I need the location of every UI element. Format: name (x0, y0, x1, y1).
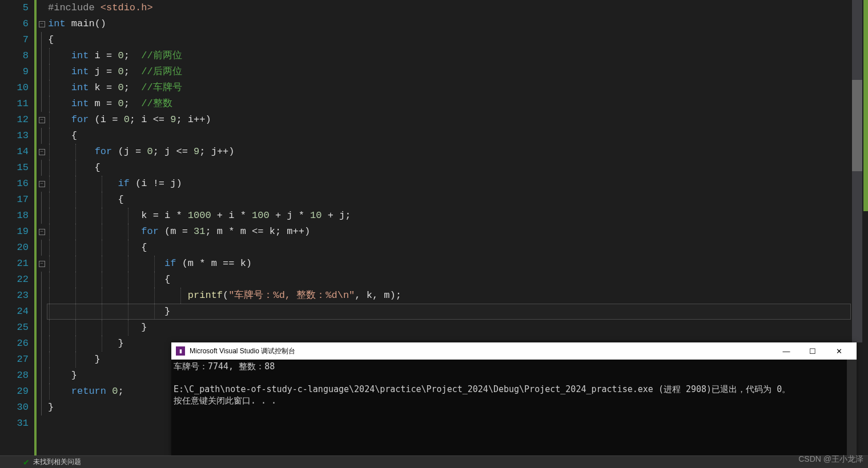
line-number: 23 (0, 288, 34, 304)
line-number-gutter: 5678910111213141516171819202122232425262… (0, 0, 34, 468)
code-line[interactable]: if (i != j) (48, 176, 868, 192)
line-number: 19 (0, 224, 34, 240)
maximize-button[interactable]: ☐ (799, 342, 826, 360)
indent-guide (154, 272, 155, 288)
line-number: 17 (0, 192, 34, 208)
indent-guide (49, 272, 50, 288)
line-number: 5 (0, 0, 34, 16)
indent-guide (75, 176, 76, 192)
line-number: 18 (0, 208, 34, 224)
line-number: 10 (0, 80, 34, 96)
console-titlebar[interactable]: ▮ Microsoft Visual Studio 调试控制台 — ☐ ✕ (171, 342, 857, 360)
line-number: 24 (0, 304, 34, 320)
code-line[interactable]: { (48, 32, 868, 48)
close-button[interactable]: ✕ (826, 342, 852, 360)
code-line[interactable]: for (i = 0; i <= 9; i++) (48, 112, 868, 128)
indent-guide (49, 208, 50, 224)
code-line[interactable]: { (48, 192, 868, 208)
indent-guide (49, 384, 50, 400)
indent-guide (75, 192, 76, 208)
indent-guide (128, 272, 128, 288)
indent-guide (49, 144, 50, 160)
indent-guide (128, 240, 128, 256)
indent-guide (102, 208, 102, 224)
indent-guide (75, 240, 76, 256)
indent-guide (154, 288, 155, 304)
indent-guide (49, 288, 50, 304)
line-number: 25 (0, 320, 34, 336)
line-number: 31 (0, 415, 34, 431)
debug-console-window[interactable]: ▮ Microsoft Visual Studio 调试控制台 — ☐ ✕ 车牌… (171, 342, 857, 457)
code-line[interactable]: if (m * m == k) (48, 256, 868, 272)
code-line[interactable]: int k = 0; //车牌号 (48, 80, 868, 96)
code-line[interactable]: } (48, 320, 868, 336)
console-output[interactable]: 车牌号：7744, 整数：88 E:\C_path\note-of-study-… (171, 360, 857, 457)
indent-guide (154, 256, 155, 272)
fold-collapse-icon[interactable]: − (39, 21, 45, 27)
indent-guide (75, 304, 76, 320)
window-controls: — ☐ ✕ (773, 342, 852, 360)
line-number: 29 (0, 384, 34, 400)
indent-guide (75, 336, 76, 352)
code-line[interactable]: { (48, 128, 868, 144)
indent-guide (75, 272, 76, 288)
indent-guide (154, 304, 155, 320)
line-number: 6 (0, 16, 34, 32)
fold-column[interactable]: −−−−−− (37, 0, 47, 468)
fold-collapse-icon[interactable]: − (39, 117, 45, 123)
code-line[interactable]: } (48, 304, 868, 320)
fold-collapse-icon[interactable]: − (39, 261, 45, 267)
indent-guide (49, 224, 50, 240)
line-number: 26 (0, 336, 34, 352)
line-number: 13 (0, 128, 34, 144)
indent-guide (49, 64, 50, 80)
indent-guide (128, 256, 128, 272)
console-line: 按任意键关闭此窗口. . . (174, 396, 276, 406)
line-number: 9 (0, 64, 34, 80)
code-line[interactable]: { (48, 240, 868, 256)
minimize-button[interactable]: — (773, 342, 799, 360)
indent-guide (49, 368, 50, 384)
indent-guide (102, 320, 102, 336)
indent-guide (180, 288, 181, 304)
indent-guide (102, 240, 102, 256)
line-number: 15 (0, 160, 34, 176)
code-line[interactable]: { (48, 160, 868, 176)
code-line[interactable]: int m = 0; //整数 (48, 96, 868, 112)
indent-guide (75, 144, 76, 160)
indent-guide (75, 224, 76, 240)
fold-collapse-icon[interactable]: − (39, 229, 45, 235)
fold-collapse-icon[interactable]: − (39, 181, 45, 187)
status-text: 未找到相关问题 (33, 457, 81, 467)
fold-collapse-icon[interactable]: − (39, 149, 45, 155)
line-number: 11 (0, 96, 34, 112)
check-icon: ✔ (23, 458, 30, 467)
watermark-text: CSDN @王小龙泽 (798, 454, 863, 465)
console-scrollbar[interactable] (847, 360, 857, 457)
indent-guide (49, 256, 50, 272)
line-number: 28 (0, 368, 34, 384)
line-number: 12 (0, 112, 34, 128)
code-line[interactable]: { (48, 272, 868, 288)
indent-guide (128, 304, 128, 320)
indent-guide (49, 48, 50, 64)
code-line[interactable]: for (j = 0; j <= 9; j++) (48, 144, 868, 160)
vertical-scrollbar-track[interactable] (852, 0, 862, 342)
code-line[interactable]: for (m = 31; m * m <= k; m++) (48, 224, 868, 240)
code-line[interactable]: #include <stdio.h> (48, 0, 868, 16)
indent-guide (75, 320, 76, 336)
code-line[interactable]: int i = 0; //前两位 (48, 48, 868, 64)
code-line[interactable]: printf("车牌号：%d, 整数：%d\n", k, m); (48, 288, 868, 304)
indent-guide (128, 224, 128, 240)
indent-guide (49, 176, 50, 192)
code-line[interactable]: int main() (48, 16, 868, 32)
line-number: 21 (0, 256, 34, 272)
vertical-scrollbar-thumb[interactable] (852, 80, 862, 171)
indent-guide (102, 336, 102, 352)
code-line[interactable]: int j = 0; //后两位 (48, 64, 868, 80)
code-line[interactable]: k = i * 1000 + i * 100 + j * 10 + j; (48, 208, 868, 224)
indent-guide (49, 192, 50, 208)
indent-guide (75, 256, 76, 272)
indent-guide (102, 224, 102, 240)
indent-guide (49, 80, 50, 96)
